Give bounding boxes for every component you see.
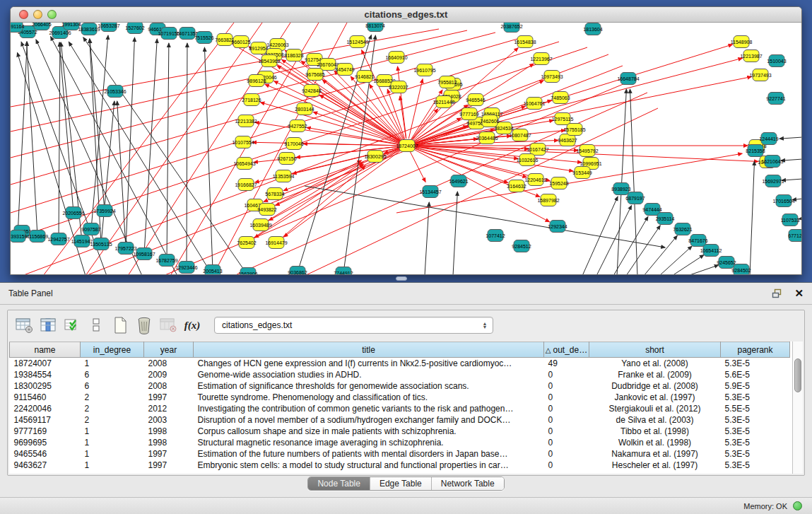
graph-node[interactable]: 15692971 bbox=[762, 175, 784, 187]
graph-node[interactable]: 9036862 bbox=[288, 267, 307, 275]
graph-node[interactable]: 1077412 bbox=[486, 230, 505, 242]
table-cell[interactable]: Embryonic stem cells: a model to study s… bbox=[194, 460, 544, 471]
table-cell[interactable]: 1997 bbox=[144, 448, 194, 460]
graph-node[interactable]: 9465546 bbox=[466, 94, 485, 106]
table-cell[interactable]: 0 bbox=[544, 392, 589, 403]
table-cell[interactable]: Tibbo et al. (1998) bbox=[589, 426, 721, 437]
graph-node[interactable]: 12213987 bbox=[740, 50, 762, 62]
column-header-short[interactable]: short bbox=[589, 342, 721, 358]
graph-node[interactable]: 8454749 bbox=[335, 64, 354, 76]
graph-node[interactable]: 16210643 bbox=[761, 156, 783, 168]
graph-node[interactable]: 9097587 bbox=[81, 223, 100, 235]
close-panel-icon[interactable]: ✕ bbox=[794, 288, 804, 298]
graph-node[interactable]: 16154838 bbox=[514, 36, 536, 48]
graph-node[interactable]: 16782759 bbox=[155, 255, 177, 267]
import-table-button[interactable] bbox=[61, 315, 83, 336]
graph-node[interactable]: 11548908 bbox=[731, 36, 753, 48]
float-panel-icon[interactable] bbox=[772, 288, 783, 298]
tab-node-table[interactable]: Node Table bbox=[308, 477, 370, 490]
table-cell[interactable]: Dudbridge et al. (2008) bbox=[589, 380, 721, 392]
table-cell[interactable]: Structural magnetic resonance image aver… bbox=[194, 437, 544, 448]
graph-node[interactable]: 9170046 bbox=[284, 138, 303, 150]
table-cell[interactable]: 1 bbox=[81, 460, 144, 471]
graph-node[interactable]: 9493822 bbox=[257, 204, 276, 216]
graph-node[interactable]: 10654112 bbox=[700, 245, 722, 257]
table-cell[interactable]: 18724007 bbox=[10, 358, 81, 369]
table-cell[interactable]: 5.9E-5 bbox=[721, 380, 790, 392]
graph-node[interactable]: 2803144 bbox=[295, 103, 314, 115]
graph-node[interactable]: 21053346 bbox=[104, 86, 126, 98]
graph-node[interactable]: 9463627 bbox=[558, 134, 577, 146]
graph-node[interactable]: 16211448 bbox=[433, 96, 455, 108]
graph-node[interactable]: 1649621 bbox=[449, 175, 468, 187]
table-cell[interactable]: 0 bbox=[544, 426, 589, 437]
table-cell[interactable]: 2009 bbox=[144, 369, 194, 380]
table-row[interactable]: 1830029562008Estimation of significance … bbox=[10, 380, 790, 392]
table-row[interactable]: 977716911998Corpus callosum shape and si… bbox=[10, 426, 790, 437]
minimize-window-button[interactable] bbox=[33, 10, 42, 19]
graph-node[interactable]: 9153449 bbox=[572, 167, 592, 179]
graph-node[interactable]: 16640910 bbox=[385, 52, 407, 64]
graph-node[interactable]: 17016504 bbox=[772, 195, 794, 207]
graph-node[interactable]: 8322037 bbox=[389, 81, 408, 93]
table-mode-button[interactable] bbox=[13, 315, 35, 336]
column-header-pagerank[interactable]: pagerank bbox=[721, 342, 790, 358]
graph-node[interactable]: 1244419 bbox=[759, 133, 778, 145]
graph-node[interactable]: 15124549 bbox=[346, 36, 368, 48]
graph-node[interactable]: 1595248 bbox=[549, 177, 568, 189]
graph-node[interactable]: 1510043 bbox=[767, 55, 786, 67]
table-cell[interactable]: 1 bbox=[81, 448, 144, 460]
table-cell[interactable]: 5.3E-5 bbox=[721, 437, 790, 448]
table-cell[interactable]: 2 bbox=[81, 403, 144, 414]
graph-node[interactable]: 6879197 bbox=[625, 192, 645, 204]
table-cell[interactable]: 1997 bbox=[144, 392, 194, 403]
graph-node[interactable]: 677126 bbox=[788, 230, 801, 242]
graph-node[interactable]: 9267150 bbox=[277, 153, 296, 165]
table-cell[interactable]: 5.3E-5 bbox=[721, 392, 790, 403]
table-row[interactable]: 2242004622012Investigating the contribut… bbox=[10, 403, 790, 414]
table-cell[interactable]: 9465546 bbox=[10, 448, 81, 460]
graph-node[interactable]: 12213967 bbox=[530, 53, 552, 65]
tab-network-table[interactable]: Network Table bbox=[432, 477, 504, 490]
table-cell[interactable]: 14569117 bbox=[10, 414, 81, 426]
column-header-out_de[interactable]: △out_de… bbox=[544, 342, 589, 358]
graph-node[interactable]: 15134457 bbox=[419, 186, 441, 198]
graph-node[interactable]: 16914479 bbox=[265, 237, 287, 249]
table-cell[interactable]: 5.3E-5 bbox=[721, 358, 790, 369]
graph-node[interactable]: 8813074 bbox=[365, 23, 384, 32]
table-cell[interactable]: Investigating the contribution of common… bbox=[194, 403, 544, 414]
zoom-window-button[interactable] bbox=[47, 10, 57, 19]
graph-node[interactable]: 18383619 bbox=[78, 23, 100, 35]
table-cell[interactable]: 18300295 bbox=[10, 380, 81, 392]
table-cell[interactable]: 9115460 bbox=[10, 392, 81, 403]
table-scrollbar-thumb[interactable] bbox=[794, 358, 801, 392]
network-canvas[interactable]: 1872400789129541422606393275088186328912… bbox=[11, 23, 801, 274]
table-row[interactable]: 969969511998Structural magnetic resonanc… bbox=[10, 437, 790, 448]
graph-node[interactable]: 11032616 bbox=[517, 154, 539, 166]
table-cell[interactable]: 5.3E-5 bbox=[721, 426, 790, 437]
graph-node[interactable]: 11156869 bbox=[27, 230, 48, 243]
table-source-dropdown[interactable]: citations_edges.txt ▲▼ bbox=[214, 317, 493, 334]
table-cell[interactable]: 2012 bbox=[144, 403, 194, 414]
graph-node[interactable]: 2066405 bbox=[32, 23, 51, 30]
graph-node[interactable]: 20206556 bbox=[62, 207, 84, 219]
table-cell[interactable]: Wolkin et al. (1998) bbox=[589, 437, 721, 448]
table-cell[interactable]: 1998 bbox=[144, 437, 194, 448]
tab-edge-table[interactable]: Edge Table bbox=[370, 477, 432, 490]
table-row[interactable]: 1456911722003Disruption of a novel membe… bbox=[10, 414, 790, 426]
graph-node[interactable]: 9675685 bbox=[305, 69, 324, 81]
table-cell[interactable]: 0 bbox=[544, 460, 589, 471]
graph-node[interactable]: 7515526 bbox=[194, 32, 213, 44]
table-cell[interactable]: Estimation of significance thresholds fo… bbox=[194, 380, 544, 392]
graph-node[interactable]: 9245652 bbox=[717, 257, 736, 269]
table-cell[interactable]: 2008 bbox=[144, 380, 194, 392]
table-cell[interactable]: Estimation of the future numbers of pati… bbox=[194, 448, 544, 460]
graph-node[interactable]: 3164632 bbox=[507, 180, 526, 192]
table-cell[interactable]: 1 bbox=[81, 358, 144, 369]
graph-node[interactable]: 7744912 bbox=[334, 267, 353, 275]
table-cell[interactable]: 49 bbox=[544, 358, 589, 369]
table-cell[interactable]: 0 bbox=[544, 403, 589, 414]
table-cell[interactable]: 0 bbox=[544, 369, 589, 380]
graph-node[interactable]: 9393159 bbox=[11, 230, 28, 243]
graph-node[interactable]: 1563906 bbox=[238, 268, 257, 275]
